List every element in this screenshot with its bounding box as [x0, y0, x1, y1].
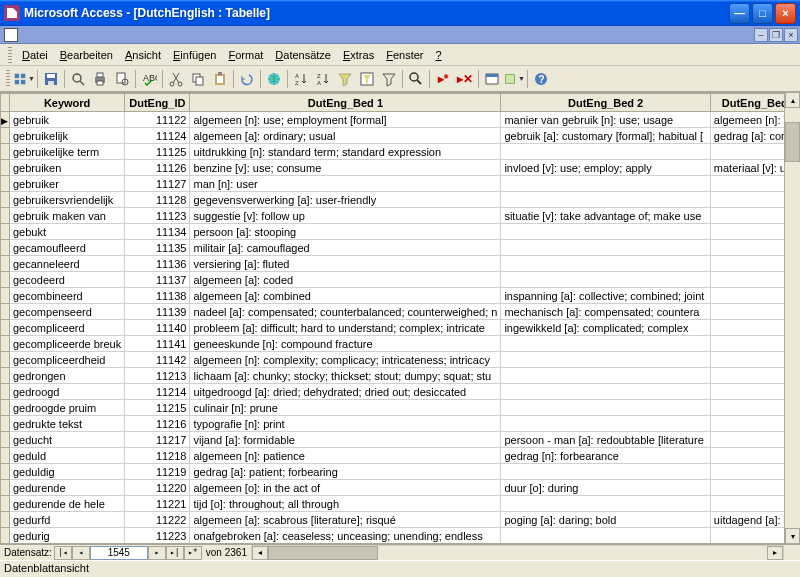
row-selector[interactable]: [1, 320, 10, 336]
filter-form-button[interactable]: [356, 68, 378, 90]
cell-bed1[interactable]: man [n]: user: [190, 176, 501, 192]
search-button[interactable]: [67, 68, 89, 90]
cell-bed2[interactable]: [501, 336, 710, 352]
cell-keyword[interactable]: gecompliceerde breuk: [10, 336, 125, 352]
cell-keyword[interactable]: gebruikelijke term: [10, 144, 125, 160]
table-row[interactable]: gebruik maken van11123suggestie [v]: fol…: [1, 208, 801, 224]
sort-desc-button[interactable]: ZA: [312, 68, 334, 90]
cell-bed1[interactable]: versiering [a]: fluted: [190, 256, 501, 272]
cell-id[interactable]: 11135: [125, 240, 190, 256]
table-row[interactable]: ▶gebruik11122algemeen [n]: use; employme…: [1, 112, 801, 128]
paste-button[interactable]: [209, 68, 231, 90]
table-row[interactable]: gebruiken11126benzine [v]: use; consumei…: [1, 160, 801, 176]
cell-bed2[interactable]: [501, 384, 710, 400]
cell-bed1[interactable]: suggestie [v]: follow up: [190, 208, 501, 224]
cell-bed2[interactable]: [501, 496, 710, 512]
cell-bed2[interactable]: [501, 256, 710, 272]
cell-keyword[interactable]: gecombineerd: [10, 288, 125, 304]
row-selector[interactable]: [1, 304, 10, 320]
cell-keyword[interactable]: gebruikersvriendelijk: [10, 192, 125, 208]
cell-bed1[interactable]: uitdrukking [n]: standard term; standard…: [190, 144, 501, 160]
cell-bed1[interactable]: persoon [a]: stooping: [190, 224, 501, 240]
cell-keyword[interactable]: gebruiker: [10, 176, 125, 192]
row-selector[interactable]: [1, 448, 10, 464]
cell-id[interactable]: 11218: [125, 448, 190, 464]
cut-button[interactable]: [165, 68, 187, 90]
row-selector[interactable]: ▶: [1, 112, 10, 128]
cell-id[interactable]: 11220: [125, 480, 190, 496]
row-selector[interactable]: [1, 144, 10, 160]
column-header-id[interactable]: DutEng_ID: [125, 94, 190, 112]
cell-bed2[interactable]: manier van gebruik [n]: use; usage: [501, 112, 710, 128]
cell-bed2[interactable]: [501, 368, 710, 384]
cell-bed2[interactable]: [501, 464, 710, 480]
cell-bed1[interactable]: vijand [a]: formidable: [190, 432, 501, 448]
vertical-scrollbar[interactable]: ▴ ▾: [784, 92, 800, 544]
cell-bed1[interactable]: algemeen [a]: combined: [190, 288, 501, 304]
cell-id[interactable]: 11136: [125, 256, 190, 272]
cell-bed2[interactable]: [501, 224, 710, 240]
help-button[interactable]: ?: [530, 68, 552, 90]
cell-bed2[interactable]: mechanisch [a]: compensated; countera: [501, 304, 710, 320]
table-row[interactable]: gedrukte tekst11216typografie [n]: print: [1, 416, 801, 432]
table-row[interactable]: gecodeerd11137algemeen [a]: coded: [1, 272, 801, 288]
cell-bed2[interactable]: gedrag [n]: forbearance: [501, 448, 710, 464]
cell-bed2[interactable]: [501, 400, 710, 416]
cell-bed2[interactable]: ingewikkeld [a]: complicated; complex: [501, 320, 710, 336]
row-selector[interactable]: [1, 160, 10, 176]
cell-bed1[interactable]: probleem [a]: difficult; hard to underst…: [190, 320, 501, 336]
cell-bed2[interactable]: inspanning [a]: collective; combined; jo…: [501, 288, 710, 304]
column-header-bed2[interactable]: DutEng_Bed 2: [501, 94, 710, 112]
row-selector[interactable]: [1, 352, 10, 368]
cell-id[interactable]: 11134: [125, 224, 190, 240]
row-selector[interactable]: [1, 336, 10, 352]
cell-id[interactable]: 11222: [125, 512, 190, 528]
menu-fenster[interactable]: Fenster: [380, 47, 429, 63]
sort-asc-button[interactable]: AZ: [290, 68, 312, 90]
copy-button[interactable]: [187, 68, 209, 90]
cell-keyword[interactable]: gedrongen: [10, 368, 125, 384]
new-object-button[interactable]: ▼: [503, 68, 525, 90]
table-row[interactable]: gedrongen11213lichaam [a]: chunky; stock…: [1, 368, 801, 384]
table-row[interactable]: gecombineerd11138algemeen [a]: combinedi…: [1, 288, 801, 304]
row-selector[interactable]: [1, 480, 10, 496]
cell-bed1[interactable]: onafgebroken [a]: ceaseless; unceasing; …: [190, 528, 501, 544]
toolbar-grip[interactable]: [6, 70, 10, 88]
cell-id[interactable]: 11128: [125, 192, 190, 208]
cell-bed1[interactable]: algemeen [a]: scabrous [literature]; ris…: [190, 512, 501, 528]
cell-bed2[interactable]: [501, 416, 710, 432]
cell-id[interactable]: 11127: [125, 176, 190, 192]
row-selector[interactable]: [1, 272, 10, 288]
cell-bed1[interactable]: geneeskunde [n]: compound fracture: [190, 336, 501, 352]
scroll-up-button[interactable]: ▴: [785, 92, 800, 108]
cell-keyword[interactable]: gecanneleerd: [10, 256, 125, 272]
cell-id[interactable]: 11216: [125, 416, 190, 432]
cell-id[interactable]: 11223: [125, 528, 190, 544]
cell-id[interactable]: 11221: [125, 496, 190, 512]
cell-keyword[interactable]: gecodeerd: [10, 272, 125, 288]
table-row[interactable]: gebruikelijk11124algemeen [a]: ordinary;…: [1, 128, 801, 144]
table-row[interactable]: gebruikersvriendelijk11128gegevensverwer…: [1, 192, 801, 208]
cell-keyword[interactable]: gedroogde pruim: [10, 400, 125, 416]
mdi-minimize-button[interactable]: –: [754, 28, 768, 42]
table-row[interactable]: gedroogd11214uitgedroogd [a]: dried; deh…: [1, 384, 801, 400]
cell-id[interactable]: 11139: [125, 304, 190, 320]
row-selector[interactable]: [1, 192, 10, 208]
cell-bed2[interactable]: duur [o]: during: [501, 480, 710, 496]
hscroll-thumb[interactable]: [268, 546, 378, 560]
cell-bed1[interactable]: nadeel [a]: compensated; counterbalanced…: [190, 304, 501, 320]
cell-keyword[interactable]: gebukt: [10, 224, 125, 240]
cell-bed1[interactable]: algemeen [a]: coded: [190, 272, 501, 288]
row-selector[interactable]: [1, 240, 10, 256]
cell-id[interactable]: 11141: [125, 336, 190, 352]
maximize-button[interactable]: □: [752, 3, 773, 24]
cell-bed1[interactable]: algemeen [a]: ordinary; usual: [190, 128, 501, 144]
table-row[interactable]: gedurfd11222algemeen [a]: scabrous [lite…: [1, 512, 801, 528]
nav-last-button[interactable]: ▸|: [166, 546, 184, 560]
row-selector[interactable]: [1, 464, 10, 480]
nav-prev-button[interactable]: ◂: [72, 546, 90, 560]
cell-id[interactable]: 11213: [125, 368, 190, 384]
cell-bed1[interactable]: uitgedroogd [a]: dried; dehydrated; drie…: [190, 384, 501, 400]
cell-bed2[interactable]: [501, 176, 710, 192]
cell-keyword[interactable]: gedrukte tekst: [10, 416, 125, 432]
